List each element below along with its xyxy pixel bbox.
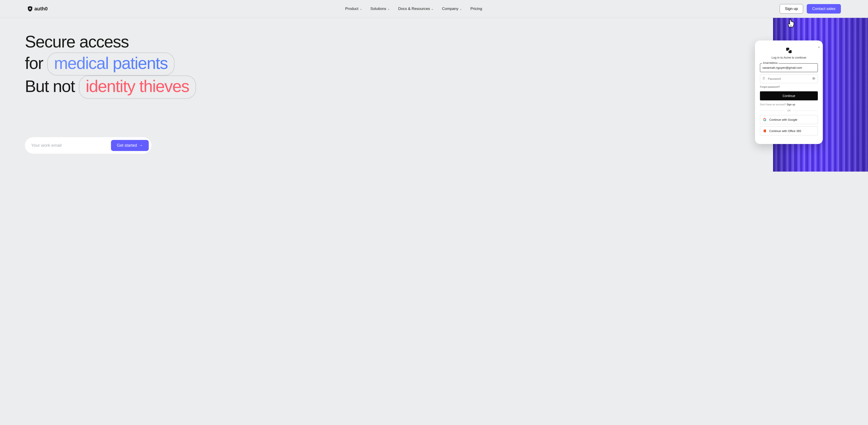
hero-line-2: for medical patients	[25, 53, 868, 76]
lock-icon	[762, 77, 765, 81]
hero: Secure access for medical patients But n…	[0, 18, 868, 172]
hero-line-1: Secure access	[25, 31, 868, 53]
registered-mark: ®	[818, 47, 819, 49]
svg-point-7	[813, 78, 814, 79]
login-card: ® Log in to Acme to continue Email Addre…	[755, 40, 823, 144]
acme-logo-icon	[785, 47, 793, 54]
hero-line-3: But not identity thieves	[25, 75, 868, 99]
svg-rect-4	[788, 50, 789, 51]
auth0-shield-icon	[27, 6, 33, 12]
contact-sales-button[interactable]: Contact sales	[807, 4, 841, 13]
header: auth0 Product ⌄ Solutions ⌄ Docs & Resou…	[0, 0, 868, 18]
password-field[interactable]	[760, 74, 818, 83]
office-icon	[763, 129, 767, 133]
forgot-password-link[interactable]: Forgot password?	[760, 86, 818, 88]
chevron-down-icon: ⌄	[460, 7, 462, 10]
signup-button[interactable]: Sign up	[780, 4, 803, 13]
google-icon	[763, 118, 767, 121]
password-field-wrap	[760, 74, 818, 83]
eye-icon[interactable]	[812, 77, 815, 81]
work-email-input[interactable]	[31, 143, 111, 148]
nav-product[interactable]: Product ⌄	[345, 6, 362, 11]
divider-or: OR	[760, 110, 818, 112]
email-label: Email Address	[762, 62, 778, 64]
brand-name: auth0	[34, 6, 48, 12]
email-capture-form: Get started →	[25, 137, 151, 154]
brand-logo[interactable]: auth0	[27, 6, 48, 12]
hero-highlight-blue: medical patients	[47, 53, 175, 76]
login-subtitle: Log in to Acme to continue	[760, 56, 818, 59]
chevron-down-icon: ⌄	[388, 7, 390, 10]
chevron-down-icon: ⌄	[431, 7, 433, 10]
nav-pricing[interactable]: Pricing	[470, 6, 482, 11]
main-nav: Product ⌄ Solutions ⌄ Docs & Resources ⌄…	[345, 6, 482, 11]
arrow-right-icon: →	[139, 143, 143, 148]
svg-rect-5	[763, 78, 765, 79]
nav-company[interactable]: Company ⌄	[442, 6, 462, 11]
svg-text:1: 1	[790, 25, 792, 27]
nav-docs[interactable]: Docs & Resources ⌄	[398, 6, 434, 11]
email-field[interactable]	[760, 63, 818, 72]
signup-link[interactable]: Sign up	[786, 103, 795, 106]
google-login-button[interactable]: Continue with Google	[760, 115, 818, 124]
email-field-wrap: Email Address	[760, 63, 818, 72]
hero-highlight-red: identity thieves	[79, 75, 196, 99]
cursor-hand-icon: 1	[786, 18, 796, 30]
get-started-button[interactable]: Get started →	[111, 140, 149, 151]
svg-point-6	[812, 78, 815, 79]
continue-button[interactable]: Continue	[760, 91, 818, 100]
header-cta-group: Sign up Contact sales	[780, 4, 841, 13]
office365-login-button[interactable]: Continue with Office 365	[760, 126, 818, 135]
signup-line: Don't have an account? Sign up	[760, 103, 818, 106]
login-logo: ®	[760, 47, 818, 54]
hero-title: Secure access for medical patients But n…	[25, 31, 868, 99]
nav-solutions[interactable]: Solutions ⌄	[370, 6, 390, 11]
chevron-down-icon: ⌄	[360, 7, 362, 10]
